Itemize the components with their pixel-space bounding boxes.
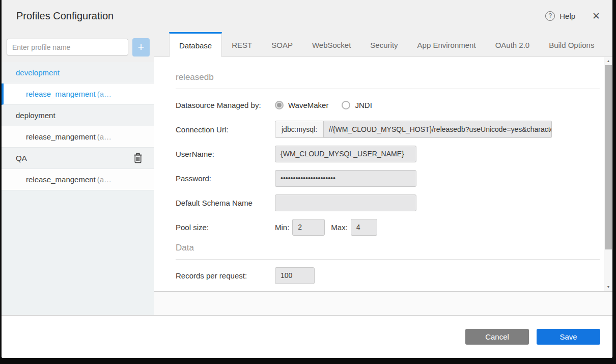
profile-item-release-mangement-dev[interactable]: release_mangement (a… <box>2 83 154 105</box>
help-link[interactable]: Help <box>559 12 575 20</box>
database-form: releasedb Datasource Managed by: WaveMak… <box>154 57 604 291</box>
schema-row: Default Schema Name <box>176 194 600 211</box>
profile-group-label: development <box>16 68 60 77</box>
profile-group-deployment[interactable]: deployment <box>2 105 154 126</box>
pool-size-label: Pool size: <box>176 223 275 232</box>
cancel-button[interactable]: Cancel <box>465 329 529 345</box>
datasource-label: Datasource Managed by: <box>176 101 275 109</box>
form-scrollbar[interactable]: ▲ ▼ <box>604 57 612 291</box>
radio-wavemaker-label: WaveMaker <box>288 101 328 109</box>
profile-group-label: deployment <box>16 111 55 120</box>
tab-build-options[interactable]: Build Options <box>539 32 604 57</box>
section-divider <box>176 89 600 89</box>
radio-jndi[interactable]: JNDI <box>342 101 372 109</box>
pool-size-row: Pool size: Min: Max: <box>176 218 600 236</box>
profile-item-release-mangement-deploy[interactable]: release_mangement (a… <box>2 126 154 148</box>
tab-soap[interactable]: SOAP <box>262 32 302 57</box>
profile-item-label: release_mangement <box>26 132 96 141</box>
dialog-body: + development release_mangement (a… depl… <box>2 32 612 316</box>
profile-group-label: QA <box>16 154 27 162</box>
profile-group-development[interactable]: development <box>2 62 154 83</box>
header-actions: ? Help ✕ <box>545 10 600 22</box>
radio-jndi-control[interactable] <box>342 101 350 109</box>
pool-max-label: Max: <box>331 223 348 232</box>
connection-url-prefix: jdbc:mysql: <box>275 121 324 138</box>
trash-icon[interactable] <box>133 153 143 163</box>
save-button[interactable]: Save <box>537 329 600 345</box>
scroll-down-icon[interactable]: ▼ <box>604 283 612 291</box>
username-row: UserName: <box>176 145 600 162</box>
page-title: Profiles Configuration <box>16 10 545 22</box>
section-title-releasedb: releasedb <box>176 72 600 82</box>
profile-item-suffix: (a… <box>97 90 111 98</box>
password-label: Password: <box>176 174 275 183</box>
schema-label: Default Schema Name <box>176 199 275 207</box>
section-title-data: Data <box>176 243 600 253</box>
tab-panel-spacer <box>154 292 612 316</box>
section-divider <box>176 259 600 260</box>
dialog-footer: Cancel Save <box>2 316 612 358</box>
username-input[interactable] <box>275 146 416 162</box>
radio-wavemaker[interactable]: WaveMaker <box>275 101 328 109</box>
radio-jndi-label: JNDI <box>355 101 372 109</box>
profiles-sidebar: + development release_mangement (a… depl… <box>2 32 154 316</box>
tab-app-environment[interactable]: App Environment <box>408 32 486 57</box>
profile-item-label: release_mangement <box>26 175 96 184</box>
connection-url-row: Connection Url: jdbc:mysql: //{WM_CLOUD_… <box>176 121 600 138</box>
profile-item-release-mangement-qa[interactable]: release_mangement (a… <box>2 169 154 190</box>
profile-list: development release_mangement (a… deploy… <box>2 62 154 190</box>
pool-max-input[interactable] <box>351 219 377 236</box>
add-profile-button[interactable]: + <box>132 38 150 57</box>
pool-min-label: Min: <box>275 223 289 232</box>
records-per-request-label: Records per request: <box>176 271 275 280</box>
password-row: Password: <box>176 170 600 187</box>
help-icon[interactable]: ? <box>545 11 555 21</box>
records-per-request-input[interactable] <box>275 267 315 284</box>
profiles-configuration-dialog: Profiles Configuration ? Help ✕ + develo… <box>2 0 612 358</box>
profile-create-row: + <box>2 32 154 62</box>
profile-item-suffix: (a… <box>97 175 111 184</box>
profile-group-qa[interactable]: QA <box>2 148 154 169</box>
profile-item-label: release_mangement <box>26 90 96 98</box>
tab-rest[interactable]: REST <box>222 32 262 57</box>
records-per-request-row: Records per request: <box>176 267 600 284</box>
schema-input[interactable] <box>275 194 416 211</box>
password-input[interactable] <box>275 170 416 187</box>
tab-oauth-2-0[interactable]: OAuth 2.0 <box>486 32 540 57</box>
datasource-row: Datasource Managed by: WaveMaker JNDI <box>176 96 600 114</box>
tab-websocket[interactable]: WebSocket <box>302 32 360 57</box>
database-tab-content: releasedb Datasource Managed by: WaveMak… <box>154 57 612 292</box>
profile-item-suffix: (a… <box>97 132 111 141</box>
tab-database[interactable]: Database <box>169 32 222 57</box>
scrollbar-thumb[interactable] <box>605 65 612 249</box>
profile-name-input[interactable] <box>7 39 128 55</box>
username-label: UserName: <box>176 150 275 158</box>
sidebar-bottom-divider <box>2 315 154 316</box>
tab-security[interactable]: Security <box>360 32 407 57</box>
config-tabbar: Database REST SOAP WebSocket Security Ap… <box>154 32 612 57</box>
close-icon[interactable]: ✕ <box>592 10 600 22</box>
connection-url-input[interactable]: //{WM_CLOUD_MYSQL_HOST}/releasedb?useUni… <box>324 121 552 138</box>
dialog-header: Profiles Configuration ? Help ✕ <box>2 0 612 32</box>
pool-min-input[interactable] <box>292 219 325 236</box>
connection-url-label: Connection Url: <box>176 125 275 134</box>
profile-detail-panel: Database REST SOAP WebSocket Security Ap… <box>154 32 612 316</box>
scroll-up-icon[interactable]: ▲ <box>604 57 612 65</box>
radio-wavemaker-control[interactable] <box>275 101 284 109</box>
